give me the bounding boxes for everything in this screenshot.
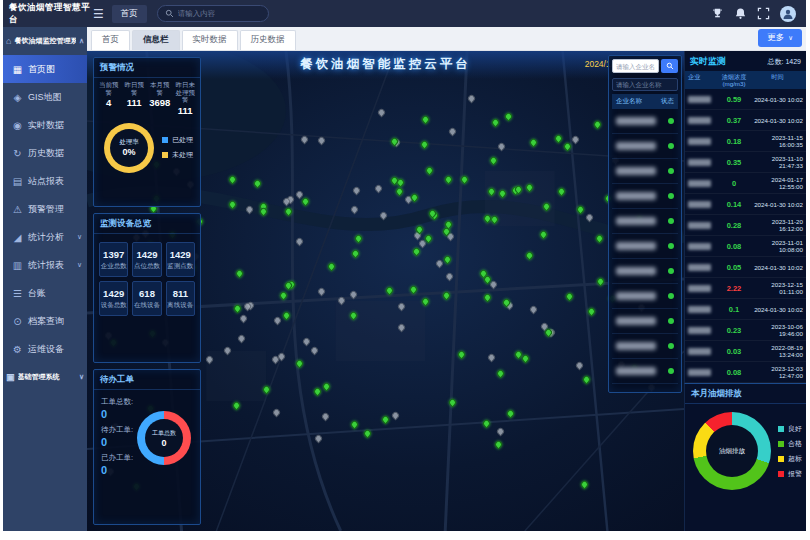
sidebar-item-8[interactable]: ▥统计报表∨ <box>3 251 87 279</box>
menu-toggle-icon[interactable]: ☰ <box>93 7 104 21</box>
map-marker-online[interactable] <box>581 374 591 384</box>
realtime-row[interactable]: 0.232023-10-06 19:46:00 <box>685 320 806 341</box>
map-marker-offline[interactable] <box>336 295 346 305</box>
map-marker-online[interactable] <box>442 254 452 264</box>
map-marker-online[interactable] <box>350 419 360 429</box>
tab-1[interactable]: 首页 <box>91 30 130 50</box>
map-marker-online[interactable] <box>295 359 305 369</box>
map-marker-offline[interactable] <box>272 408 282 418</box>
map-marker-online[interactable] <box>576 205 586 215</box>
realtime-row[interactable]: 0.142024-01-30 10:02 <box>685 194 806 215</box>
map-marker-offline[interactable] <box>313 434 323 444</box>
map-marker-online[interactable] <box>409 285 419 295</box>
map-marker-online[interactable] <box>235 269 245 279</box>
company-row[interactable] <box>612 134 678 159</box>
company-row[interactable] <box>612 334 678 359</box>
map-marker-online[interactable] <box>363 428 373 438</box>
map-marker-offline[interactable] <box>320 412 330 422</box>
company-search-button[interactable] <box>661 59 678 73</box>
global-search-input[interactable] <box>178 9 261 18</box>
sidebar-item-11[interactable]: ⚙运维设备 <box>3 335 87 363</box>
map-marker-online[interactable] <box>528 137 538 147</box>
map-marker-online[interactable] <box>327 261 337 271</box>
map-marker-online[interactable] <box>586 307 596 317</box>
map-marker-offline[interactable] <box>434 258 444 268</box>
map-marker-online[interactable] <box>496 368 506 378</box>
map-marker-online[interactable] <box>322 382 332 392</box>
sidebar-section-monitor[interactable]: ⌂ 餐饮油烟监控管理系统 ∧ <box>3 27 87 55</box>
map-marker-online[interactable] <box>228 200 238 210</box>
realtime-row[interactable]: 2.222023-12-15 01:11:00 <box>685 278 806 299</box>
more-button[interactable]: 更多 ∨ <box>758 29 802 47</box>
map-marker-offline[interactable] <box>445 272 455 282</box>
map-marker-online[interactable] <box>456 350 466 360</box>
map-marker-online[interactable] <box>538 230 548 240</box>
map-marker-offline[interactable] <box>309 345 319 355</box>
map-marker-offline[interactable] <box>495 427 505 437</box>
map-marker-online[interactable] <box>580 479 590 489</box>
tab-2[interactable]: 信息栏 <box>132 30 180 50</box>
map-marker-online[interactable] <box>595 276 605 286</box>
map-marker-online[interactable] <box>554 133 564 143</box>
realtime-row[interactable]: 0.052024-01-30 10:02 <box>685 257 806 278</box>
sidebar-item-5[interactable]: ▤站点报表 <box>3 167 87 195</box>
map-marker-offline[interactable] <box>584 213 594 223</box>
map-marker-offline[interactable] <box>378 210 388 220</box>
company-row[interactable] <box>612 209 678 234</box>
map-marker-online[interactable] <box>487 187 497 197</box>
realtime-row[interactable]: 0.352023-11-10 21:47:33 <box>685 152 806 173</box>
map-marker-offline[interactable] <box>244 205 254 215</box>
map-marker-offline[interactable] <box>374 183 384 193</box>
map-marker-online[interactable] <box>483 293 493 303</box>
sidebar-item-9[interactable]: ☰台账 <box>3 279 87 307</box>
realtime-row[interactable]: 0.032022-08-19 13:24:00 <box>685 341 806 362</box>
map-marker-online[interactable] <box>494 439 504 449</box>
map-marker-online[interactable] <box>283 206 293 216</box>
map-marker-offline[interactable] <box>295 237 305 247</box>
map-marker-offline[interactable] <box>447 127 457 137</box>
map-marker-online[interactable] <box>258 207 268 217</box>
map-marker-online[interactable] <box>233 304 243 314</box>
sidebar-item-4[interactable]: ↻历史数据 <box>3 139 87 167</box>
map-marker-online[interactable] <box>541 202 551 212</box>
realtime-row[interactable]: 0.082023-12-03 12:47:00 <box>685 362 806 383</box>
map-marker-online[interactable] <box>525 251 535 261</box>
sidebar-item-10[interactable]: ⊙档案查询 <box>3 307 87 335</box>
map-marker-online[interactable] <box>490 117 500 127</box>
company-row[interactable] <box>612 234 678 259</box>
realtime-row[interactable]: 0.372024-01-30 10:02 <box>685 110 806 131</box>
map-marker-offline[interactable] <box>299 135 309 145</box>
company-row[interactable] <box>612 359 678 384</box>
map-marker-online[interactable] <box>443 175 453 185</box>
map-marker-online[interactable] <box>301 197 311 207</box>
sidebar-item-3[interactable]: ◉实时数据 <box>3 111 87 139</box>
map-marker-online[interactable] <box>420 114 430 124</box>
map-marker-offline[interactable] <box>317 135 327 145</box>
map-marker-offline[interactable] <box>574 361 584 371</box>
map-marker-online[interactable] <box>348 311 358 321</box>
user-avatar[interactable] <box>780 6 796 22</box>
map-marker-offline[interactable] <box>238 313 248 323</box>
map-marker-online[interactable] <box>394 186 404 196</box>
fullscreen-icon[interactable] <box>757 7 770 20</box>
map-marker-offline[interactable] <box>390 410 400 420</box>
tab-4[interactable]: 历史数据 <box>240 30 296 50</box>
map-marker-offline[interactable] <box>570 135 580 145</box>
sidebar-section-base[interactable]: ▣ 基础管理系统 ∨ <box>3 363 87 391</box>
map-marker-online[interactable] <box>227 175 237 185</box>
map-marker-online[interactable] <box>252 178 262 188</box>
map-marker-online[interactable] <box>261 385 271 395</box>
map-marker-offline[interactable] <box>467 93 477 103</box>
map-marker-online[interactable] <box>385 286 395 296</box>
map-marker-online[interactable] <box>351 249 361 259</box>
sidebar-item-1[interactable]: ▦首页图 <box>3 55 87 83</box>
map-marker-online[interactable] <box>565 292 575 302</box>
map-marker-offline[interactable] <box>348 289 358 299</box>
map-marker-offline[interactable] <box>349 205 359 215</box>
map-marker-online[interactable] <box>557 186 567 196</box>
breadcrumb-tab[interactable]: 首页 <box>112 5 147 23</box>
sidebar-item-2[interactable]: ◈GIS地图 <box>3 83 87 111</box>
map-marker-online[interactable] <box>424 166 434 176</box>
map-marker-online[interactable] <box>593 119 603 129</box>
realtime-row[interactable]: 0.182023-11-15 16:00:35 <box>685 131 806 152</box>
